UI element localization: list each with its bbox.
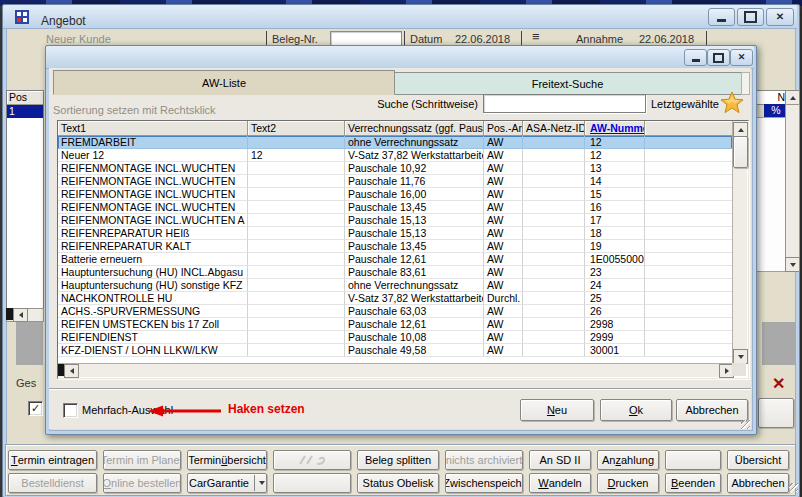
table-row[interactable]: Neuer 1212V-Satz 37,82 Werkstattarbeiten… [58, 149, 732, 162]
tab-freitext-suche[interactable]: Freitext-Suche [393, 72, 742, 95]
scroll-left-icon[interactable] [64, 364, 79, 378]
cargarantie-dropdown[interactable] [254, 475, 265, 491]
positions-list[interactable]: Pos 1 [6, 90, 44, 310]
bestelldienst-button[interactable]: Bestelldienst [8, 473, 97, 493]
table-row[interactable]: Hauptuntersuchung (HU) sonstige KFZohne … [58, 279, 732, 292]
table-row[interactable]: REIFENMONTAGE INCL.WUCHTENPauschale 10,9… [58, 162, 732, 175]
table-row[interactable]: REIFENDIENSTPauschale 10,08AW2999 [58, 331, 732, 344]
table-hscrollbar[interactable] [58, 363, 732, 377]
selected-position[interactable]: 1 [7, 105, 43, 118]
cargarantie-button[interactable]: CarGarantie [187, 473, 267, 493]
table-row[interactable]: REIFEN UMSTECKEN bis 17 ZollPauschale 12… [58, 318, 732, 331]
table-row[interactable]: KFZ-DIENST / LOHN LLKW/LKWPauschale 49,5… [58, 344, 732, 357]
cell-text1: ACHS.-SPURVERMESSUNG [58, 305, 248, 318]
right-list[interactable] [756, 117, 787, 272]
column-header-asa-netz-id[interactable]: ASA-Netz-ID [523, 121, 585, 136]
empty-button-1[interactable] [665, 450, 721, 470]
scroll-down-icon[interactable] [785, 257, 800, 272]
cell-text2 [248, 175, 345, 188]
empty-button-2[interactable] [273, 473, 351, 493]
abbrechen-button[interactable]: Abbrechen [727, 473, 789, 493]
scroll-up-icon[interactable] [785, 90, 800, 105]
cell-satz: ohne Verrechnungssatz [345, 279, 484, 292]
mehrfach-auswahl-checkbox[interactable] [63, 403, 78, 418]
delete-x-icon[interactable]: ✕ [772, 374, 785, 393]
anzahlung-button[interactable]: Anzahlung [597, 450, 659, 470]
menu-icon[interactable]: ≡ [532, 29, 539, 44]
pos-column-header[interactable]: Pos [7, 91, 43, 105]
resize-grip[interactable] [789, 483, 798, 492]
maximize-icon[interactable] [737, 8, 764, 26]
datum-value[interactable]: 22.06.2018 [455, 33, 510, 45]
drucken-button[interactable]: Drucken [597, 473, 659, 493]
cell-fill [645, 227, 732, 240]
table-row[interactable]: REIFENMONTAGE INCL.WUCHTENPauschale 16,0… [58, 188, 732, 201]
cell-fill [645, 266, 732, 279]
cell-text1: REIFENREPARATUR KALT [58, 240, 248, 253]
online-bestellen-button[interactable]: Online bestellen [103, 473, 181, 493]
cell-text2 [248, 214, 345, 227]
column-header-verrechnungssatz[interactable]: Verrechnungssatz (ggf. Pausch [345, 121, 484, 136]
cell-satz: Pauschale 11,76 [345, 175, 484, 188]
schrittweise-search-input[interactable] [483, 94, 646, 113]
tab-aw-liste[interactable]: AW-Liste [53, 70, 395, 95]
faded-logo-button[interactable] [273, 450, 351, 470]
right-selected-cell[interactable]: % [764, 104, 786, 117]
table-row[interactable]: REIFENMONTAGE INCL.WUCHTENPauschale 11,7… [58, 175, 732, 188]
column-header-text2[interactable]: Text2 [248, 121, 345, 136]
table-row[interactable]: Batterie erneuernPauschale 12,61AW1E0055… [58, 253, 732, 266]
scroll-left-icon[interactable] [13, 308, 28, 322]
column-header-pos-art[interactable]: Pos.-Art [484, 121, 523, 136]
beenden-button[interactable]: Beenden [665, 473, 721, 493]
right-column-header[interactable]: N [756, 90, 788, 105]
minimize-icon[interactable] [708, 8, 735, 26]
nichts-archiviert-button[interactable]: nichts archiviert [445, 450, 523, 470]
close-icon[interactable]: ✕ [766, 8, 794, 26]
ok-button[interactable]: Ok [600, 399, 672, 421]
wandeln-button[interactable]: Wandeln [529, 473, 591, 493]
beleg-splitten-button[interactable]: Beleg splitten [357, 450, 439, 470]
table-row[interactable]: REIFENMONTAGE INCL.WUCHTEN APauschale 15… [58, 214, 732, 227]
cell-asa [523, 136, 585, 149]
cell-text2 [248, 227, 345, 240]
table-row[interactable]: FREMDARBEITohne VerrechnungssatzAW12 [58, 136, 732, 149]
last-selected-star-button[interactable] [714, 90, 740, 115]
zwischenspeicher-button[interactable]: Zwischenspeich. [445, 473, 523, 493]
termin-eintragen-button[interactable]: Termin eintragen [8, 450, 97, 470]
star-icon [720, 91, 744, 114]
table-row[interactable]: REIFENREPARATUR HEIßPauschale 15,13AW18 [58, 227, 732, 240]
vscroll-thumb[interactable] [733, 136, 748, 168]
dialog-resize-grip[interactable] [741, 420, 750, 429]
cell-text2 [248, 136, 345, 149]
table-row[interactable]: Hauptuntersuchung (HU) INCL.AbgasuPausch… [58, 266, 732, 279]
table-row[interactable]: REIFENMONTAGE INCL.WUCHTENPauschale 13,4… [58, 201, 732, 214]
left-checkbox[interactable]: ✓ [28, 401, 43, 416]
dialog-minimize-icon[interactable] [684, 49, 707, 66]
table-row[interactable]: NACHKONTROLLE HUV-Satz 37,82 Werkstattar… [58, 292, 732, 305]
cell-fill [645, 188, 732, 201]
an-sd-ii-button[interactable]: An SD II [529, 450, 591, 470]
scroll-up-icon[interactable] [733, 122, 748, 137]
sort-hint-label: Sortierung setzen mit Rechtsklick [53, 104, 216, 116]
abbrechen-dialog-button[interactable]: Abbrechen [676, 399, 748, 421]
dialog-maximize-icon[interactable] [707, 49, 730, 66]
annahme-value[interactable]: 22.06.2018 [639, 33, 694, 45]
right-side-button[interactable] [758, 398, 794, 428]
table-row[interactable]: ACHS.-SPURVERMESSUNGPauschale 63,03AW26 [58, 305, 732, 318]
terminuebersicht-button[interactable]: Terminübersicht [187, 450, 267, 470]
table-row[interactable]: REIFENREPARATUR KALTPauschale 13,45AW19 [58, 240, 732, 253]
aw-liste-titlebar[interactable]: AW-Liste [46, 46, 754, 69]
scroll-down-icon[interactable] [733, 349, 748, 364]
status-obelisk-button[interactable]: Status Obelisk [357, 473, 439, 493]
cell-text2 [248, 253, 345, 266]
termin-im-planer-button[interactable]: Termin im Planer [103, 450, 181, 470]
uebersicht-button[interactable]: Übersicht [727, 450, 789, 470]
right-vscrollbar[interactable] [785, 104, 800, 272]
column-header-aw-nummer[interactable]: AW-Nummer [585, 121, 645, 136]
cell-nr: 2998 [585, 318, 645, 331]
dialog-close-icon[interactable]: ✕ [730, 49, 753, 66]
angebot-titlebar[interactable]: Angebot [3, 5, 797, 29]
neu-button[interactable]: Neu [520, 399, 594, 421]
cell-fill [645, 318, 732, 331]
column-header-text1[interactable]: Text1 [58, 121, 248, 136]
